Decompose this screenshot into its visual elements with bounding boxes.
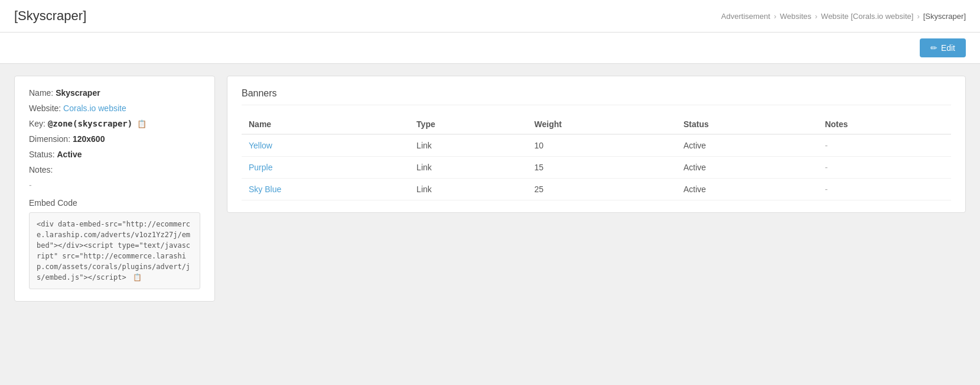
notes-value-row: -: [29, 180, 200, 190]
breadcrumb-advertisement[interactable]: Advertisement: [721, 12, 770, 21]
col-name: Name: [242, 115, 409, 134]
edit-button[interactable]: ✏ Edit: [920, 38, 966, 57]
main-content: Name: Skyscraper Website: Corals.io webs…: [0, 64, 980, 313]
breadcrumb-sep-2: ›: [815, 12, 818, 21]
notes-label: Notes:: [29, 165, 53, 174]
banner-weight-cell: 25: [528, 179, 676, 200]
dimension-label: Dimension:: [29, 134, 70, 144]
table-row: Purple Link 15 Active -: [242, 157, 951, 179]
dimension-value: 120x600: [73, 134, 105, 144]
notes-row: Notes:: [29, 165, 200, 174]
col-type: Type: [409, 115, 527, 134]
banner-name-cell: Yellow: [242, 134, 409, 157]
banner-name-link[interactable]: Yellow: [249, 141, 272, 150]
dimension-row: Dimension: 120x600: [29, 134, 200, 144]
banner-weight-cell: 15: [528, 157, 676, 179]
breadcrumb: Advertisement › Websites › Website [Cora…: [721, 12, 966, 21]
key-value: @zone(skyscraper): [48, 119, 132, 128]
table-row: Yellow Link 10 Active -: [242, 134, 951, 157]
banner-name-link[interactable]: Purple: [249, 163, 272, 172]
edit-label: Edit: [941, 43, 955, 53]
table-row: Sky Blue Link 25 Active -: [242, 179, 951, 200]
col-weight: Weight: [528, 115, 676, 134]
name-value: Skyscraper: [56, 88, 100, 98]
banners-title: Banners: [242, 88, 951, 105]
banner-notes-cell: -: [818, 134, 951, 157]
name-row: Name: Skyscraper: [29, 88, 200, 98]
name-label: Name:: [29, 88, 53, 98]
website-link[interactable]: Corals.io website: [63, 103, 126, 113]
breadcrumb-website[interactable]: Website [Corals.io website]: [821, 12, 914, 21]
banner-notes-cell: -: [818, 157, 951, 179]
detail-card: Name: Skyscraper Website: Corals.io webs…: [14, 76, 215, 302]
banner-notes-cell: -: [818, 179, 951, 200]
toolbar: ✏ Edit: [0, 33, 980, 64]
col-status: Status: [676, 115, 818, 134]
key-row: Key: @zone(skyscraper) 📋: [29, 119, 200, 128]
banner-type-cell: Link: [409, 179, 527, 200]
status-label: Status:: [29, 150, 55, 159]
banners-card: Banners Name Type Weight Status Notes Ye…: [227, 76, 966, 213]
banner-status-cell: Active: [676, 179, 818, 200]
notes-value: -: [29, 180, 32, 190]
key-copy-icon[interactable]: 📋: [137, 119, 146, 128]
page-title: [Skyscraper]: [14, 8, 86, 24]
breadcrumb-sep-3: ›: [917, 12, 919, 21]
banners-table: Name Type Weight Status Notes Yellow Lin…: [242, 115, 951, 200]
edit-icon: ✏: [930, 43, 937, 53]
breadcrumb-websites[interactable]: Websites: [780, 12, 811, 21]
breadcrumb-sep-1: ›: [774, 12, 776, 21]
status-value: Active: [57, 150, 82, 159]
website-row: Website: Corals.io website: [29, 103, 200, 113]
embed-copy-icon[interactable]: 📋: [133, 272, 142, 283]
website-label: Website:: [29, 103, 61, 113]
col-notes: Notes: [818, 115, 951, 134]
table-header: Name Type Weight Status Notes: [242, 115, 951, 134]
banner-type-cell: Link: [409, 134, 527, 157]
banner-name-cell: Purple: [242, 157, 409, 179]
embed-code-text: <div data-embed-src="http://ecommerce.la…: [37, 220, 190, 282]
banner-type-cell: Link: [409, 157, 527, 179]
embed-code-box: <div data-embed-src="http://ecommerce.la…: [29, 212, 200, 289]
banner-status-cell: Active: [676, 134, 818, 157]
table-body: Yellow Link 10 Active - Purple Link 15 A…: [242, 134, 951, 200]
status-row: Status: Active: [29, 150, 200, 159]
banner-name-link[interactable]: Sky Blue: [249, 185, 281, 194]
embed-label: Embed Code: [29, 198, 200, 208]
banner-name-cell: Sky Blue: [242, 179, 409, 200]
banner-weight-cell: 10: [528, 134, 676, 157]
key-label: Key:: [29, 119, 45, 128]
banner-status-cell: Active: [676, 157, 818, 179]
page-header: [Skyscraper] Advertisement › Websites › …: [0, 0, 980, 33]
breadcrumb-current: [Skyscraper]: [923, 12, 966, 21]
